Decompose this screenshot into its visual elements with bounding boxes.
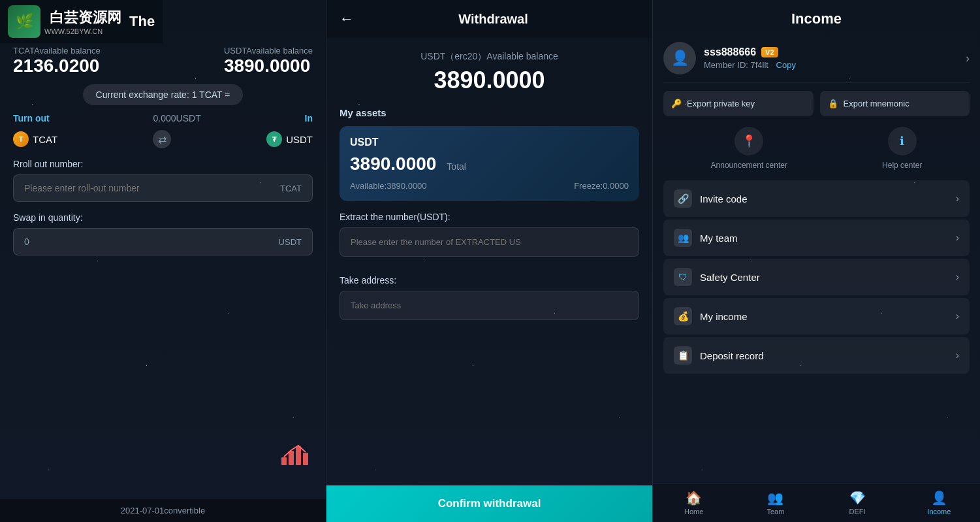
roll-out-input[interactable] (24, 183, 280, 193)
defi-label: DEFI (849, 508, 866, 515)
swap-direction: Turn out 0.000USDT In (13, 113, 313, 123)
deposit-record-label: Deposit record (700, 350, 956, 361)
withdrawal-header: ← Withdrawal (326, 0, 652, 38)
safety-center-menu-item[interactable]: 🛡 Safety Center › (663, 259, 970, 295)
swap-in-label: Swap in quantity: (13, 212, 313, 223)
swap-in-value: 0 (24, 237, 29, 247)
my-team-icon: 👥 (674, 229, 692, 247)
tcat-balance-block: TCATAvailable balance 2136.0200 (13, 46, 101, 76)
profile-arrow[interactable]: › (966, 52, 970, 65)
my-income-arrow-icon: › (956, 310, 959, 322)
deposit-record-menu-item[interactable]: 📋 Deposit record › (663, 337, 970, 374)
key-buttons-row: 🔑 Export private key 🔒 Export mnemonic (663, 91, 970, 116)
profile-name-row: sss888666 V2 (704, 46, 966, 58)
announcement-label: Announcement center (711, 161, 787, 170)
my-team-label: My team (700, 233, 956, 244)
income-title: Income (666, 10, 967, 27)
menu-list: 🔗 Invite code › 👥 My team › 🛡 Safety Cen… (663, 180, 970, 374)
my-income-label: My income (700, 311, 956, 322)
v2-badge: V2 (761, 47, 778, 57)
turn-out-label: Turn out (13, 113, 50, 123)
watermark-logo: 🌿 (8, 5, 40, 38)
invite-code-menu-item[interactable]: 🔗 Invite code › (663, 180, 970, 217)
my-team-menu-item[interactable]: 👥 My team › (663, 220, 970, 256)
swap-in-suffix: USDT (279, 237, 302, 247)
available-amount: Available:3890.0000 (350, 181, 427, 191)
user-avatar: 👤 (663, 42, 696, 74)
svg-rect-0 (281, 457, 287, 465)
invite-code-icon: 🔗 (674, 189, 692, 208)
exchange-panel: 🌿 白芸资源网 WWW.52BYW.CN The TCATAvailable b… (0, 0, 326, 522)
my-income-menu-item[interactable]: 💰 My income › (663, 298, 970, 334)
member-id-row: Member ID: 7f4llt Copy (704, 60, 966, 70)
profile-row: 👤 sss888666 V2 Member ID: 7f4llt Copy › (663, 34, 970, 83)
home-icon: 🏠 (686, 490, 702, 506)
deposit-record-icon: 📋 (674, 346, 692, 365)
income-nav-label: Income (927, 508, 951, 515)
usdt-token-label: USDT (286, 134, 313, 145)
nav-defi[interactable]: 💎 DEFI (817, 483, 898, 522)
announcement-center-link[interactable]: 📍 Announcement center (711, 127, 787, 170)
extract-label: Extract the number(USDT): (340, 212, 639, 222)
copy-button[interactable]: Copy (776, 60, 796, 70)
swap-in-input-wrapper: 0 USDT (13, 228, 313, 255)
usdt-total-label: Total (447, 161, 466, 172)
nav-team[interactable]: 👥 Team (735, 483, 816, 522)
home-label: Home (684, 508, 703, 515)
usdt-icon: ₮ (266, 131, 282, 147)
deposit-record-arrow-icon: › (956, 350, 959, 361)
income-nav-icon: 👤 (931, 490, 947, 506)
income-panel: Income 👤 sss888666 V2 Member ID: 7f4llt … (653, 0, 980, 522)
withdrawal-avail-value: 3890.0000 (340, 67, 639, 94)
confirm-withdrawal-button[interactable]: Confirm withdrawal (326, 485, 652, 522)
usdt-asset-total: 3890.0000 (350, 154, 436, 174)
export-mnemonic-button[interactable]: 🔒 Export mnemonic (820, 91, 970, 116)
my-income-icon: 💰 (674, 307, 692, 325)
swap-arrow-icon[interactable]: ⇄ (153, 130, 171, 148)
balance-row: TCATAvailable balance 2136.0200 USDTAvai… (13, 46, 313, 76)
turn-in-label: In (305, 113, 313, 123)
income-body: 👤 sss888666 V2 Member ID: 7f4llt Copy › … (653, 34, 980, 522)
withdrawal-avail-label: USDT（erc20）Available balance (340, 51, 639, 63)
export-private-key-label: Export private key (687, 99, 755, 108)
member-id-text: Member ID: 7f4llt (704, 60, 768, 70)
chart-icon (280, 441, 313, 470)
withdrawal-title: Withdrawal (367, 12, 620, 27)
profile-info: sss888666 V2 Member ID: 7f4llt Copy (704, 46, 966, 70)
token-row: T TCAT ⇄ ₮ USDT (13, 130, 313, 148)
usdt-balance-value: 3890.0000 (224, 56, 313, 76)
tcat-token-label: TCAT (33, 134, 57, 145)
watermark: 🌿 白芸资源网 WWW.52BYW.CN The (0, 0, 163, 43)
exchange-rate-text: Current exchange rate: 1 TCAT = (96, 90, 230, 100)
address-label: Take address: (340, 275, 639, 285)
roll-out-input-wrapper[interactable]: TCAT (13, 174, 313, 202)
assets-section-title: My assets (340, 107, 639, 118)
invite-code-arrow-icon: › (956, 193, 959, 204)
username: sss888666 (704, 46, 756, 58)
back-button[interactable]: ← (340, 10, 354, 27)
svg-rect-2 (296, 446, 301, 465)
roll-out-label: Rroll out number: (13, 159, 313, 169)
export-private-key-button[interactable]: 🔑 Export private key (663, 91, 814, 116)
nav-income[interactable]: 👤 Income (898, 483, 980, 522)
usdt-balance-label: USDTAvailable balance (224, 46, 313, 56)
nav-home[interactable]: 🏠 Home (653, 483, 735, 522)
tcat-balance-value: 2136.0200 (13, 56, 101, 76)
announcement-icon: 📍 (735, 127, 763, 155)
roll-out-suffix: TCAT (280, 184, 302, 193)
usdt-amount: 0.000USDT (153, 113, 201, 123)
freeze-amount: Freeze:0.0000 (574, 181, 629, 191)
usdt-card-title: USDT (350, 137, 629, 148)
watermark-url: WWW.52BYW.CN (44, 27, 121, 35)
tcat-token: T TCAT (13, 131, 57, 147)
address-input[interactable] (340, 291, 639, 320)
help-center-link[interactable]: ℹ Help center (882, 127, 922, 170)
panel-title: The (129, 13, 155, 30)
lock-icon: 🔒 (828, 99, 838, 108)
svg-rect-1 (289, 451, 294, 465)
bottom-nav: 🏠 Home 👥 Team 💎 DEFI 👤 Income (653, 483, 980, 522)
tcat-icon: T (13, 131, 29, 147)
extract-input[interactable] (340, 227, 639, 257)
invite-code-label: Invite code (700, 193, 956, 204)
exchange-rate-box: Current exchange rate: 1 TCAT = (83, 84, 244, 105)
